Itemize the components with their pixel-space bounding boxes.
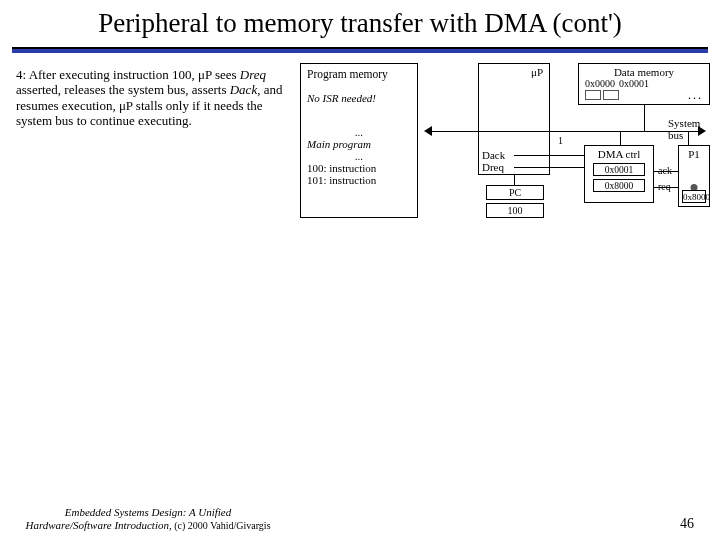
dack-word: Dack [230, 82, 257, 97]
slide-content: 4: After executing instruction 100, μP s… [0, 53, 720, 383]
slide-title: Peripheral to memory transfer with DMA (… [40, 8, 680, 39]
data-memory-addr1: 0x0001 [619, 78, 649, 89]
dack-signal-line [514, 155, 584, 156]
instruction-100: 100: instruction [307, 162, 411, 174]
step-text-a: 4: After executing instruction 100, μP s… [16, 67, 240, 82]
p1-register: 0x8000 [682, 190, 706, 203]
no-isr-label: No ISR needed! [307, 92, 411, 104]
dma-diagram: Program memory No ISR needed! ... Main p… [300, 63, 710, 303]
footer-citation: Embedded Systems Design: A Unified Hardw… [18, 506, 278, 532]
dots-2: ... [307, 150, 411, 162]
dma-reg-1: 0x0001 [593, 163, 645, 176]
dack-label: Dack [482, 149, 505, 161]
p1-bus-connector [688, 131, 689, 145]
slide-title-area: Peripheral to memory transfer with DMA (… [0, 0, 720, 43]
req-signal-line [654, 187, 678, 188]
program-memory-box: Program memory No ISR needed! ... Main p… [300, 63, 418, 218]
dm-bus-connector [644, 105, 645, 131]
data-memory-box: Data memory 0x0000 0x0001 ... [578, 63, 710, 105]
dreq-signal-line [514, 167, 584, 168]
bus-one-marker: 1 [558, 135, 563, 146]
bus-arrow-left-icon [424, 126, 432, 136]
dots-1: ... [307, 126, 411, 138]
pc-box: PC [486, 185, 544, 200]
data-memory-cells [585, 90, 619, 100]
program-memory-header: Program memory [307, 68, 411, 80]
slide-footer: Embedded Systems Design: A Unified Hardw… [0, 506, 720, 532]
step-description: 4: After executing instruction 100, μP s… [16, 67, 291, 128]
data-memory-dots: ... [688, 88, 703, 103]
footer-line1: Embedded Systems Design: A Unified [65, 506, 231, 518]
microprocessor-label: μP [531, 66, 543, 78]
bus-arrow-right-icon [698, 126, 706, 136]
footer-line2: Hardware/Software Introduction, [25, 519, 171, 531]
data-cell [603, 90, 619, 100]
pc-value-box: 100 [486, 203, 544, 218]
system-bus-line [430, 131, 700, 132]
dma-ctrl-box: DMA ctrl 0x0001 0x8000 [584, 145, 654, 203]
p1-box: P1 0x8000 [678, 145, 710, 207]
dma-ctrl-header: DMA ctrl [585, 148, 653, 160]
dreq-label: Dreq [482, 161, 504, 173]
data-cell [585, 90, 601, 100]
main-program-label: Main program [307, 138, 411, 150]
data-memory-header: Data memory [579, 66, 709, 78]
dma-bus-connector [620, 131, 621, 145]
ack-signal-line [654, 171, 678, 172]
page-number: 46 [680, 516, 694, 532]
dma-reg-2: 0x8000 [593, 179, 645, 192]
footer-copyright: (c) 2000 Vahid/Givargis [172, 520, 271, 531]
instruction-101: 101: instruction [307, 174, 411, 186]
step-text-b: asserted, releases the system bus, asser… [16, 82, 230, 97]
dreq-word: Dreq [240, 67, 266, 82]
p1-header: P1 [679, 148, 709, 160]
pc-connector [514, 175, 515, 185]
data-memory-addr0: 0x0000 [585, 78, 615, 89]
